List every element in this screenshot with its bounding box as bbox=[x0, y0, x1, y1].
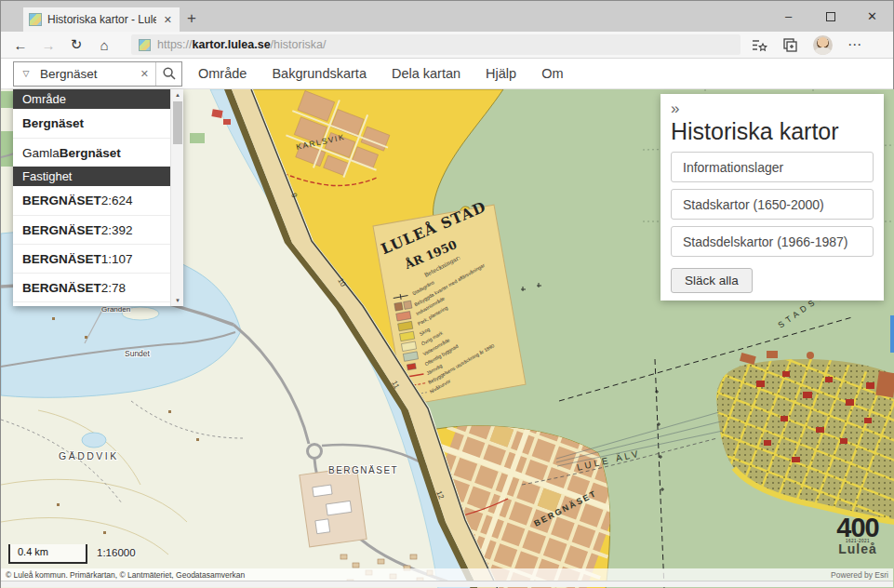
suggestion-text: 2:392 bbox=[101, 223, 133, 237]
menu-item-bakgrundskarta[interactable]: Bakgrundskarta bbox=[272, 66, 367, 81]
suggestion-group-header: Område bbox=[13, 89, 170, 109]
logo-city: Luleå bbox=[827, 543, 888, 555]
clear-search-icon[interactable]: ✕ bbox=[134, 68, 155, 80]
suggestion-match: BERGNÄSET bbox=[22, 252, 101, 266]
powered-by-esri: Powered by Esri bbox=[831, 570, 888, 580]
collapse-panel-icon[interactable]: » bbox=[671, 101, 874, 116]
attribution-text: © Luleå kommun. Primärkartan, © Lantmäte… bbox=[6, 570, 245, 580]
search-box[interactable]: ▽ Bergnäset ✕ bbox=[13, 61, 182, 87]
svg-text:GÄDDVIK: GÄDDVIK bbox=[59, 450, 119, 461]
suggestion-item[interactable]: BERGNÄSET 2:392 bbox=[13, 215, 170, 244]
back-icon[interactable]: ← bbox=[7, 37, 34, 53]
scale-bar: 0.4 km bbox=[8, 544, 87, 564]
refresh-icon[interactable]: ↻ bbox=[62, 36, 90, 53]
browser-navbar: ← → ↻ ⌂ https://kartor.lulea.se/historis… bbox=[1, 32, 893, 59]
new-tab-button[interactable]: + bbox=[187, 9, 196, 28]
favorites-bar-icon[interactable] bbox=[752, 37, 767, 53]
layers-panel: » Historiska kartor Informationslager St… bbox=[660, 94, 884, 301]
svg-text:BERGNÄSET: BERGNÄSET bbox=[328, 465, 398, 475]
app-toolbar: ▽ Bergnäset ✕ Område Bakgrundskarta Dela… bbox=[1, 59, 893, 89]
search-input[interactable]: Bergnäset bbox=[38, 67, 134, 81]
suggestion-text: 2:624 bbox=[101, 194, 133, 207]
suggestion-match: Bergnäset bbox=[22, 116, 84, 130]
layer-button-stadsdelskartor[interactable]: Stadsdelskartor (1966-1987) bbox=[671, 226, 874, 257]
suggestion-item[interactable]: BERGNÄSET 2:78 bbox=[13, 273, 170, 301]
suggestion-item[interactable]: BERGNÄSET 1:107 bbox=[13, 244, 170, 273]
tab-title: Historiska kartor - Luleå kommu bbox=[47, 13, 156, 26]
suggestion-match: BERGNÄSET bbox=[22, 223, 101, 237]
menu-item-om[interactable]: Om bbox=[541, 66, 563, 81]
scale-ratio: 1:16000 bbox=[97, 547, 136, 558]
layer-button-stadskartor[interactable]: Stadskartor (1650-2000) bbox=[671, 189, 874, 220]
suggestion-item[interactable]: Bergnäset bbox=[13, 109, 170, 138]
suggestion-match: Bergnäset bbox=[60, 146, 121, 160]
scrollbar-thumb[interactable] bbox=[173, 101, 182, 144]
bottom-clipped-bar bbox=[1, 581, 893, 587]
suggestion-match: BERGNÄSET bbox=[22, 194, 101, 207]
suggestion-partial-row bbox=[13, 301, 170, 306]
suggestion-group-header: Fastighet bbox=[13, 167, 170, 186]
browser-tab[interactable]: Historiska kartor - Luleå kommu ✕ bbox=[23, 7, 180, 32]
panel-title: Historiska kartor bbox=[671, 118, 874, 145]
collections-icon[interactable] bbox=[782, 37, 798, 53]
clear-all-layers-button[interactable]: Släck alla bbox=[671, 268, 753, 293]
home-icon[interactable]: ⌂ bbox=[90, 37, 118, 53]
menu-item-omrade[interactable]: Område bbox=[198, 66, 247, 81]
search-dropdown-arrow-icon[interactable]: ▽ bbox=[14, 69, 38, 78]
suggestion-text: Gamla bbox=[22, 146, 60, 160]
minimize-button[interactable]: – bbox=[767, 1, 809, 32]
menu-item-dela-kartan[interactable]: Dela kartan bbox=[392, 66, 460, 81]
search-button[interactable] bbox=[156, 66, 181, 81]
settings-menu-icon[interactable]: ⋯ bbox=[847, 36, 862, 53]
menu-item-hjalp[interactable]: Hjälp bbox=[486, 66, 516, 81]
url-favicon-icon bbox=[139, 39, 151, 51]
suggestion-text: 2:78 bbox=[101, 281, 126, 295]
search-suggestions: Område Bergnäset Gamla Bergnäset Fastigh… bbox=[13, 89, 183, 306]
maximize-icon bbox=[826, 12, 835, 21]
search-icon bbox=[162, 66, 177, 81]
layer-button-informationslager[interactable]: Informationslager bbox=[671, 152, 874, 182]
browser-titlebar: Historiska kartor - Luleå kommu ✕ + – ✕ bbox=[1, 1, 893, 32]
scroll-down-icon[interactable]: ▼ bbox=[171, 295, 184, 306]
browser-window: Historiska kartor - Luleå kommu ✕ + – ✕ … bbox=[0, 0, 894, 588]
svg-text:Granden: Granden bbox=[101, 305, 130, 314]
suggestion-match: BERGNÄSET bbox=[22, 281, 101, 295]
forward-icon[interactable]: → bbox=[34, 37, 62, 53]
attribution-bar: © Luleå kommun. Primärkartan, © Lantmäte… bbox=[1, 568, 893, 581]
tab-favicon-icon bbox=[29, 13, 42, 26]
suggestions-scrollbar[interactable]: ▲ ▼ bbox=[170, 89, 183, 306]
suggestion-item[interactable]: Gamla Bergnäset bbox=[13, 138, 170, 167]
profile-avatar[interactable] bbox=[813, 35, 833, 55]
tab-close-icon[interactable]: ✕ bbox=[162, 14, 174, 26]
suggestion-text: 1:107 bbox=[101, 252, 133, 266]
scroll-up-icon[interactable]: ▲ bbox=[171, 89, 184, 100]
lulea-400-logo: 400 1621-2021 Luleå bbox=[827, 516, 888, 555]
suggestion-item[interactable]: BERGNÄSET 2:624 bbox=[13, 186, 170, 215]
close-button[interactable]: ✕ bbox=[851, 1, 893, 32]
url-text: https://kartor.lulea.se/historiska/ bbox=[157, 38, 326, 51]
logo-number: 400 bbox=[827, 516, 888, 539]
maximize-button[interactable] bbox=[809, 1, 851, 32]
address-bar[interactable]: https://kartor.lulea.se/historiska/ bbox=[131, 34, 741, 55]
app-menu: Område Bakgrundskarta Dela kartan Hjälp … bbox=[198, 66, 564, 81]
svg-text:Sundet: Sundet bbox=[125, 349, 151, 358]
